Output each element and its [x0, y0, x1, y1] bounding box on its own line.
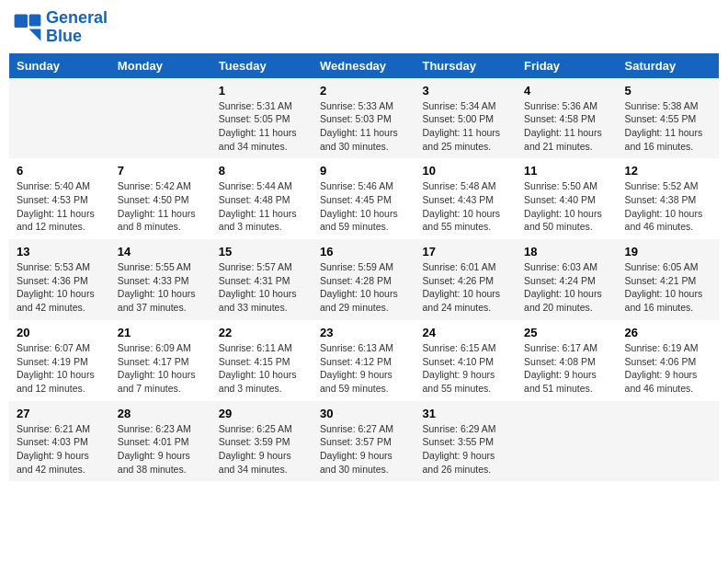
day-info: Sunrise: 6:27 AM Sunset: 3:57 PM Dayligh… — [320, 422, 407, 477]
weekday-header-row: SundayMondayTuesdayWednesdayThursdayFrid… — [9, 53, 719, 78]
calendar-cell: 10Sunrise: 5:48 AM Sunset: 4:43 PM Dayli… — [415, 158, 517, 239]
calendar-cell: 6Sunrise: 5:40 AM Sunset: 4:53 PM Daylig… — [9, 158, 110, 239]
calendar-week-row: 13Sunrise: 5:53 AM Sunset: 4:36 PM Dayli… — [9, 239, 719, 320]
calendar-cell: 4Sunrise: 5:36 AM Sunset: 4:58 PM Daylig… — [517, 78, 617, 159]
day-number: 28 — [118, 407, 204, 420]
calendar-week-row: 27Sunrise: 6:21 AM Sunset: 4:03 PM Dayli… — [9, 401, 719, 482]
day-info: Sunrise: 5:33 AM Sunset: 5:03 PM Dayligh… — [320, 99, 407, 154]
calendar-cell: 18Sunrise: 6:03 AM Sunset: 4:24 PM Dayli… — [517, 239, 617, 320]
day-number: 30 — [320, 407, 407, 420]
weekday-header-thursday: Thursday — [415, 53, 517, 78]
day-number: 12 — [625, 164, 711, 178]
weekday-header-friday: Friday — [517, 53, 617, 78]
logo-text: General Blue — [46, 9, 108, 46]
calendar-cell — [618, 401, 719, 482]
weekday-header-tuesday: Tuesday — [211, 53, 313, 78]
calendar-week-row: 6Sunrise: 5:40 AM Sunset: 4:53 PM Daylig… — [9, 158, 719, 239]
calendar-cell: 20Sunrise: 6:07 AM Sunset: 4:19 PM Dayli… — [9, 320, 110, 401]
day-info: Sunrise: 6:11 AM Sunset: 4:15 PM Dayligh… — [219, 341, 305, 396]
calendar-cell: 15Sunrise: 5:57 AM Sunset: 4:31 PM Dayli… — [211, 239, 313, 320]
day-info: Sunrise: 6:25 AM Sunset: 3:59 PM Dayligh… — [219, 422, 305, 477]
calendar-cell: 22Sunrise: 6:11 AM Sunset: 4:15 PM Dayli… — [211, 320, 313, 401]
calendar-cell: 25Sunrise: 6:17 AM Sunset: 4:08 PM Dayli… — [517, 320, 617, 401]
day-info: Sunrise: 5:46 AM Sunset: 4:45 PM Dayligh… — [320, 179, 407, 234]
calendar-cell: 23Sunrise: 6:13 AM Sunset: 4:12 PM Dayli… — [313, 320, 415, 401]
day-info: Sunrise: 5:59 AM Sunset: 4:28 PM Dayligh… — [320, 260, 407, 315]
calendar-cell: 2Sunrise: 5:33 AM Sunset: 5:03 PM Daylig… — [313, 78, 415, 159]
weekday-header-wednesday: Wednesday — [313, 53, 415, 78]
weekday-header-saturday: Saturday — [618, 53, 719, 78]
day-info: Sunrise: 5:53 AM Sunset: 4:36 PM Dayligh… — [17, 260, 103, 315]
day-number: 19 — [625, 245, 711, 259]
day-number: 1 — [219, 84, 305, 98]
calendar-cell: 29Sunrise: 6:25 AM Sunset: 3:59 PM Dayli… — [211, 401, 313, 482]
day-number: 16 — [320, 245, 407, 259]
day-info: Sunrise: 6:07 AM Sunset: 4:19 PM Dayligh… — [17, 341, 103, 396]
day-number: 23 — [320, 326, 407, 339]
day-number: 21 — [118, 326, 204, 339]
calendar-cell — [517, 401, 617, 482]
weekday-header-sunday: Sunday — [9, 53, 110, 78]
calendar-cell: 8Sunrise: 5:44 AM Sunset: 4:48 PM Daylig… — [211, 158, 313, 239]
day-info: Sunrise: 5:57 AM Sunset: 4:31 PM Dayligh… — [219, 260, 305, 315]
day-info: Sunrise: 6:05 AM Sunset: 4:21 PM Dayligh… — [625, 260, 711, 315]
day-info: Sunrise: 5:48 AM Sunset: 4:43 PM Dayligh… — [422, 179, 509, 234]
calendar-cell: 11Sunrise: 5:50 AM Sunset: 4:40 PM Dayli… — [517, 158, 617, 239]
day-number: 20 — [17, 326, 103, 339]
day-info: Sunrise: 6:29 AM Sunset: 3:55 PM Dayligh… — [422, 422, 509, 477]
day-number: 13 — [17, 245, 103, 259]
day-info: Sunrise: 5:52 AM Sunset: 4:38 PM Dayligh… — [625, 179, 711, 234]
calendar-cell — [110, 78, 211, 159]
calendar-cell — [9, 78, 110, 159]
day-info: Sunrise: 5:55 AM Sunset: 4:33 PM Dayligh… — [118, 260, 204, 315]
day-number: 27 — [17, 407, 103, 420]
day-info: Sunrise: 6:13 AM Sunset: 4:12 PM Dayligh… — [320, 341, 407, 396]
calendar-cell: 13Sunrise: 5:53 AM Sunset: 4:36 PM Dayli… — [9, 239, 110, 320]
day-info: Sunrise: 6:23 AM Sunset: 4:01 PM Dayligh… — [118, 422, 204, 477]
calendar-cell: 21Sunrise: 6:09 AM Sunset: 4:17 PM Dayli… — [110, 320, 211, 401]
calendar-cell: 30Sunrise: 6:27 AM Sunset: 3:57 PM Dayli… — [313, 401, 415, 482]
day-info: Sunrise: 5:40 AM Sunset: 4:53 PM Dayligh… — [17, 179, 103, 234]
svg-rect-2 — [29, 14, 41, 26]
day-number: 25 — [524, 326, 609, 339]
day-number: 26 — [625, 326, 711, 339]
calendar-cell: 14Sunrise: 5:55 AM Sunset: 4:33 PM Dayli… — [110, 239, 211, 320]
day-number: 22 — [219, 326, 305, 339]
calendar-week-row: 1Sunrise: 5:31 AM Sunset: 5:05 PM Daylig… — [9, 78, 719, 159]
day-info: Sunrise: 5:50 AM Sunset: 4:40 PM Dayligh… — [524, 179, 609, 234]
calendar-header: SundayMondayTuesdayWednesdayThursdayFrid… — [9, 53, 719, 78]
calendar-cell: 19Sunrise: 6:05 AM Sunset: 4:21 PM Dayli… — [618, 239, 719, 320]
calendar-cell: 16Sunrise: 5:59 AM Sunset: 4:28 PM Dayli… — [313, 239, 415, 320]
day-info: Sunrise: 6:03 AM Sunset: 4:24 PM Dayligh… — [524, 260, 609, 315]
calendar-cell: 17Sunrise: 6:01 AM Sunset: 4:26 PM Dayli… — [415, 239, 517, 320]
day-number: 9 — [320, 164, 407, 178]
svg-rect-1 — [15, 14, 28, 27]
day-number: 7 — [118, 164, 204, 178]
calendar-cell: 3Sunrise: 5:34 AM Sunset: 5:00 PM Daylig… — [415, 78, 517, 159]
day-info: Sunrise: 6:19 AM Sunset: 4:06 PM Dayligh… — [625, 341, 711, 396]
calendar-cell: 31Sunrise: 6:29 AM Sunset: 3:55 PM Dayli… — [415, 401, 517, 482]
calendar-cell: 27Sunrise: 6:21 AM Sunset: 4:03 PM Dayli… — [9, 401, 110, 482]
day-info: Sunrise: 6:21 AM Sunset: 4:03 PM Dayligh… — [17, 422, 103, 477]
day-number: 6 — [17, 164, 103, 178]
day-number: 2 — [320, 84, 407, 98]
day-info: Sunrise: 6:15 AM Sunset: 4:10 PM Dayligh… — [422, 341, 509, 396]
day-number: 5 — [625, 84, 711, 98]
day-number: 18 — [524, 245, 609, 259]
weekday-header-monday: Monday — [110, 53, 211, 78]
calendar-cell: 28Sunrise: 6:23 AM Sunset: 4:01 PM Dayli… — [110, 401, 211, 482]
day-number: 31 — [422, 407, 509, 420]
day-number: 8 — [219, 164, 305, 178]
logo-icon — [13, 13, 42, 42]
calendar-cell: 24Sunrise: 6:15 AM Sunset: 4:10 PM Dayli… — [415, 320, 517, 401]
day-number: 24 — [422, 326, 509, 339]
day-number: 4 — [524, 84, 609, 98]
day-number: 3 — [422, 84, 509, 98]
calendar-cell: 9Sunrise: 5:46 AM Sunset: 4:45 PM Daylig… — [313, 158, 415, 239]
calendar-body: 1Sunrise: 5:31 AM Sunset: 5:05 PM Daylig… — [9, 78, 719, 482]
day-info: Sunrise: 5:44 AM Sunset: 4:48 PM Dayligh… — [219, 179, 305, 234]
page-header: General Blue — [9, 9, 719, 46]
day-number: 14 — [118, 245, 204, 259]
calendar-week-row: 20Sunrise: 6:07 AM Sunset: 4:19 PM Dayli… — [9, 320, 719, 401]
day-info: Sunrise: 5:42 AM Sunset: 4:50 PM Dayligh… — [118, 179, 204, 234]
